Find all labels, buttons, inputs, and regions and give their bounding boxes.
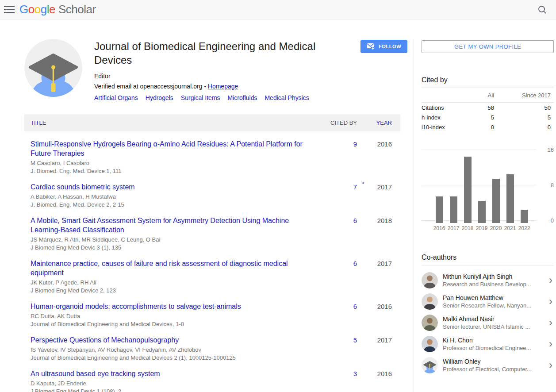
profile-avatar[interactable] [24, 39, 82, 97]
coauthor-item[interactable]: Ki H. Chon Professor of Biomedical Engin… [422, 333, 554, 354]
interest-link[interactable]: Surgical Items [181, 94, 220, 101]
publication-row: Human-organoid models: accomplishments t… [24, 298, 400, 332]
y-tick-0: 0 [541, 217, 554, 224]
coauthor-avatar [422, 293, 438, 310]
coauthor-affiliation: Research and Business Develop... [443, 281, 538, 288]
coauthor-name[interactable]: Pan Houwen Matthew [443, 294, 538, 302]
coauthor-name[interactable]: Mithun Kuniyil Ajith Singh [443, 273, 538, 281]
cited-by-count-link[interactable]: 6 [353, 217, 357, 224]
chevron-right-icon[interactable]: › [549, 275, 554, 285]
h-index-label[interactable]: h-index [422, 114, 468, 121]
publication-year: 2017 [357, 259, 400, 267]
i10-index-since: 0 [494, 124, 554, 131]
get-my-own-profile-button[interactable]: GET MY OWN PROFILE [422, 40, 554, 53]
column-divider [414, 39, 414, 392]
interest-link[interactable]: Medical Physics [265, 94, 309, 101]
cited-by-count-link[interactable]: 7 [353, 183, 357, 191]
coauthor-affiliation: Senior Research Fellow, Nanyan... [443, 302, 538, 309]
chart-bar-2021[interactable]: 2021 [503, 150, 517, 232]
citations-since: 50 [494, 104, 554, 111]
h-index-since: 5 [494, 114, 554, 121]
homepage-link[interactable]: Homepage [208, 83, 238, 90]
menu-icon[interactable] [4, 2, 15, 17]
coauthor-affiliation: Senior lecturer, UNISBA Islamic ... [443, 323, 538, 331]
interests-list: Artificial Organs Hydrogels Surgical Ite… [94, 94, 360, 101]
cited-by-count-link[interactable]: 6 [353, 303, 357, 310]
cited-by-count-link[interactable]: 3 [353, 370, 357, 377]
h-index-all: 5 [468, 114, 494, 121]
cited-by-columns: All Since 2017 [422, 88, 554, 103]
chart-bar-2022[interactable]: 2022 [517, 150, 531, 232]
logo-google: Google [19, 3, 55, 16]
publication-row: Perspective Questions of Mechanopulsogra… [24, 332, 400, 365]
chevron-right-icon[interactable]: › [549, 360, 554, 370]
coauthor-item[interactable]: William Ohley Professor of Electrical, C… [422, 354, 554, 376]
publication-title-link[interactable]: Maintenance practice, causes of failure … [31, 259, 308, 277]
chart-bar-2016[interactable]: 2016 [432, 150, 446, 232]
publication-year: 2018 [357, 216, 400, 224]
publication-title-link[interactable]: A Mobile, Smart Gait Assessment System f… [31, 216, 308, 234]
chart-bar-2018[interactable]: 2018 [460, 150, 475, 232]
citations-label[interactable]: Citations [422, 104, 468, 111]
y-tick-8: 8 [541, 182, 554, 188]
publication-authors: D Kaputa, JD Enderle [31, 380, 308, 388]
stats-row-h-index: h-index 5 5 [422, 112, 554, 122]
cited-by-count-link[interactable]: 6 [353, 260, 357, 267]
publication-title-link[interactable]: An ultrasound based eye tracking system [31, 369, 160, 378]
chevron-right-icon[interactable]: › [549, 296, 554, 307]
publication-venue: J Biomed Eng Med Devic 3 (1), 135 [31, 244, 308, 252]
publication-venue: Journal of Biomedical Engineering and Me… [31, 354, 308, 362]
interest-link[interactable]: Artificial Organs [94, 94, 138, 101]
publication-title-link[interactable]: Cardiac sounds biometric system [31, 182, 135, 192]
cited-by-count-link[interactable]: 5 [353, 336, 357, 344]
publication-authors: A Babiker, A Hassan, H Mustafwa [31, 193, 308, 201]
citation-note: * [362, 180, 364, 188]
sort-by-title[interactable]: TITLE [31, 119, 46, 126]
publication-year: 2016 [357, 302, 400, 310]
publication-row: Cardiac sounds biometric system A Babike… [24, 179, 400, 212]
publication-title-link[interactable]: Perspective Questions of Mechanopulsogra… [31, 335, 179, 345]
search-icon[interactable] [537, 5, 547, 15]
chart-bar-2017[interactable]: 2017 [446, 150, 460, 232]
envelope-plus-icon [367, 43, 375, 50]
sort-by-year[interactable]: YEAR [376, 119, 392, 126]
coauthors-list: Mithun Kuniyil Ajith Singh Research and … [422, 265, 554, 376]
publication-venue: Journal of Biomedical Engineering and Me… [31, 320, 308, 328]
page-title: Journal of Biomedical Engineering and Me… [94, 39, 320, 67]
cited-by-section: Cited by All Since 2017 Citations 58 50 … [422, 76, 554, 132]
interest-link[interactable]: Hydrogels [146, 94, 173, 101]
logo-scholar: Scholar [58, 3, 96, 16]
verified-email: Verified email at openaccessjournal.org … [94, 83, 360, 90]
interest-link[interactable]: Microfluids [228, 94, 257, 101]
publication-year: 2016 [357, 139, 400, 148]
publication-venue: J. Biomed. Eng. Med. Device 1, 111 [31, 167, 308, 175]
coauthor-affiliation: Professor of Electrical, Computer... [443, 365, 538, 373]
chart-bar-2019[interactable]: 2019 [475, 150, 489, 232]
coauthor-name[interactable]: Ki H. Chon [443, 336, 538, 344]
chevron-right-icon[interactable]: › [549, 338, 554, 349]
coauthor-item[interactable]: Pan Houwen Matthew Senior Research Fello… [422, 291, 554, 312]
coauthor-item[interactable]: Malki Ahmad Nasir Senior lecturer, UNISB… [422, 312, 554, 333]
google-scholar-logo[interactable]: Google Scholar [19, 3, 96, 16]
i10-index-label[interactable]: i10-index [422, 124, 468, 131]
follow-button[interactable]: FOLLOW [360, 40, 407, 53]
cited-by-title: Cited by [422, 76, 554, 88]
coauthor-name[interactable]: Malki Ahmad Nasir [443, 315, 538, 323]
cited-by-count-link[interactable]: 9 [353, 140, 357, 148]
chevron-right-icon[interactable]: › [549, 317, 554, 328]
chart-bar-2020[interactable]: 2020 [489, 150, 503, 232]
publication-venue: J. Biomed. Eng. Med. Device 2, 2-15 [31, 201, 308, 209]
publication-authors: JK Kutor, P Agede, RH Ali [31, 279, 308, 287]
y-tick-16: 16 [541, 146, 554, 153]
chart-bars: 2016 2017 2018 2019 2020 2021 2022 [432, 150, 531, 232]
publication-venue: J Biomed Eng Med Device 2, 123 [31, 287, 308, 295]
sort-by-citations[interactable]: CITED BY [308, 119, 357, 126]
publication-title-link[interactable]: Human-organoid models: accomplishments t… [31, 302, 241, 311]
publications-table-header: TITLE CITED BY YEAR [24, 114, 400, 131]
coauthor-item[interactable]: Mithun Kuniyil Ajith Singh Research and … [422, 269, 554, 291]
profile-header: Journal of Biomedical Engineering and Me… [24, 39, 400, 101]
coauthor-name[interactable]: William Ohley [443, 357, 538, 365]
publication-title-link[interactable]: Stimuli-Responsive Hydrogels Bearing α-A… [31, 139, 308, 158]
coauthors-section: Co-authors Mithun Kuniyil Ajith Singh Re… [422, 254, 554, 376]
citations-all: 58 [468, 104, 494, 111]
